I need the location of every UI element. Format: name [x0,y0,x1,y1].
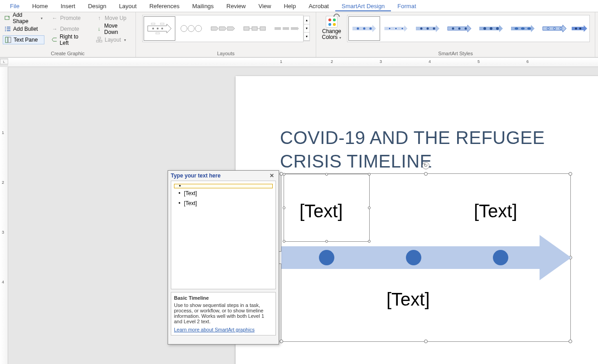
text-pane-item-text[interactable]: [Text] [184,200,197,206]
svg-point-47 [433,28,435,30]
svg-rect-29 [260,27,265,30]
smartart-timeline-arrow[interactable] [281,235,571,280]
style-thumb-1[interactable] [348,16,380,41]
add-shape-button[interactable]: + Add Shape ▾ [3,14,44,23]
tab-view[interactable]: View [252,1,277,11]
svg-marker-35 [297,27,299,30]
svg-point-57 [515,28,518,30]
svg-point-17 [161,28,163,29]
svg-point-45 [420,28,423,30]
tab-mailings[interactable]: Mailings [186,1,220,11]
chevron-down-icon: ▾ [124,38,126,42]
tab-smartart-design[interactable]: SmartArt Design [335,1,391,11]
svg-marker-60 [543,25,566,32]
text-pane-dialog[interactable]: Type your text here ✕ [Text] [Text] Basi… [168,170,279,345]
ruler-tick: 2 [331,59,333,64]
resize-handle[interactable] [368,173,371,176]
layout-thumb-3[interactable] [207,16,239,41]
add-bullet-button[interactable]: Add Bullet [3,24,44,34]
svg-point-23 [195,25,202,32]
text-pane-list[interactable]: [Text] [Text] [171,181,276,289]
rotate-handle[interactable] [422,162,429,169]
text-pane-item[interactable]: [Text] [174,198,273,208]
svg-point-21 [181,25,187,32]
demote-button[interactable]: → Demote [50,24,89,34]
svg-marker-24 [211,27,218,30]
smartart-text-2[interactable]: [Text] [474,201,517,221]
svg-point-68 [319,250,334,265]
layout-thumb-2[interactable] [175,16,207,41]
svg-rect-20 [156,33,159,34]
layout-button[interactable]: Layout ▾ [94,35,133,44]
style-thumb-3[interactable] [412,16,444,41]
tab-review[interactable]: Review [220,1,252,11]
layout-thumb-5[interactable] [270,16,302,41]
style-thumb-7[interactable] [539,16,570,41]
svg-point-4 [5,29,6,29]
style-thumb-5[interactable] [475,16,507,41]
svg-point-15 [152,28,154,29]
tab-file[interactable]: File [4,1,26,11]
text-pane-item[interactable] [174,184,273,188]
chevron-down-icon: ▾ [338,36,341,40]
resize-handle[interactable] [283,206,285,209]
styles-gallery [347,15,590,42]
resize-handle[interactable] [368,206,371,209]
tab-references[interactable]: References [143,1,186,11]
svg-point-2 [5,27,6,28]
layout-thumb-1[interactable] [144,16,175,41]
style-thumb-6[interactable] [507,16,539,41]
tab-acrobat[interactable]: Acrobat [302,1,335,11]
document-title[interactable]: COVID-19 AND THE REFUGEE CRISIS TIMELINE [280,126,589,173]
text-pane-item[interactable]: [Text] [174,188,273,198]
svg-point-42 [395,28,397,30]
resize-handle[interactable] [424,172,428,176]
arrow-down-icon: ↓ [96,26,102,32]
text-pane-item-text[interactable]: [Text] [184,190,197,196]
text-pane-button[interactable]: Text Pane [3,35,44,44]
tab-layout[interactable]: Layout [113,1,143,11]
move-down-button[interactable]: ↓ Move Down [94,24,133,34]
smartart-text-3[interactable]: [Text] [386,289,430,310]
svg-point-66 [579,28,582,30]
ribbon-tabs: File Home Insert Design Layout Reference… [0,0,598,12]
resize-handle[interactable] [325,173,328,176]
tab-format[interactable]: Format [391,1,422,11]
svg-text:+: + [8,15,10,19]
svg-rect-33 [283,27,289,30]
vertical-ruler[interactable]: 1 2 3 4 [0,67,8,364]
promote-button[interactable]: ← Promote [50,14,89,23]
style-thumb-4[interactable] [444,16,475,41]
smartart-text-1[interactable]: [Text] [299,201,343,221]
style-thumb-8[interactable] [570,16,588,41]
smartart-frame[interactable]: ‹ [Text] [Text] [Text] [281,173,571,342]
move-down-label: Move Down [104,23,131,35]
close-icon[interactable]: ✕ [268,172,276,179]
resize-handle[interactable] [283,173,285,176]
document-page[interactable]: COVID-19 AND THE REFUGEE CRISIS TIMELINE… [236,76,598,364]
svg-rect-19 [160,23,164,24]
resize-handle[interactable] [424,340,428,343]
horizontal-ruler[interactable]: 1 2 3 4 5 6 [8,58,598,67]
move-up-button[interactable]: ↑ Move Up [94,14,133,23]
add-shape-icon: + [5,15,10,21]
right-to-left-button[interactable]: Right to Left [50,35,89,44]
tab-insert[interactable]: Insert [54,1,82,11]
resize-handle[interactable] [280,340,283,343]
scroll-up-icon[interactable]: ▴ [304,16,309,24]
expand-icon[interactable]: ▾ [304,33,309,41]
tab-home[interactable]: Home [26,1,54,11]
resize-handle[interactable] [569,340,572,343]
learn-more-link[interactable]: Learn more about SmartArt graphics [174,327,255,332]
layouts-gallery [142,15,304,42]
change-colors-button[interactable]: Change Colors ▾ [319,15,344,40]
svg-rect-7 [7,30,10,31]
ruler-corner[interactable]: L [0,59,8,64]
tab-help[interactable]: Help [277,1,302,11]
layout-thumb-4[interactable] [239,16,270,41]
scroll-down-icon[interactable]: ▾ [304,24,309,33]
style-thumb-2[interactable] [380,16,412,41]
resize-handle[interactable] [569,172,572,176]
tab-design[interactable]: Design [82,1,112,11]
layouts-spinner[interactable]: ▴ ▾ ▾ [304,16,310,41]
